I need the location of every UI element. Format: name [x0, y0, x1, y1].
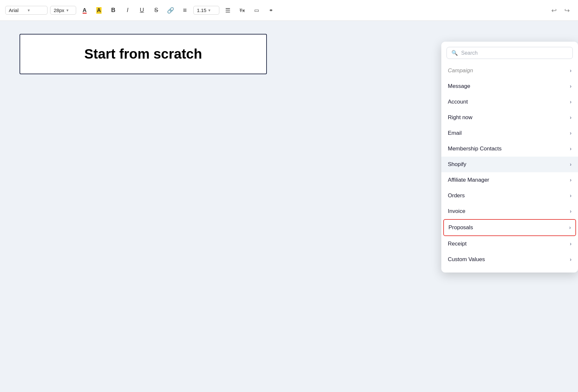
- page-break-icon: ▭: [254, 7, 259, 13]
- strikethrough-button[interactable]: S: [150, 5, 162, 16]
- list-button[interactable]: ☰: [222, 5, 234, 16]
- search-container: 🔍: [441, 47, 578, 63]
- bold-icon: B: [111, 7, 116, 14]
- highlight-button[interactable]: A: [93, 5, 105, 16]
- highlight-icon: A: [96, 7, 102, 14]
- font-family-select[interactable]: Arial ▾: [5, 6, 48, 15]
- font-family-value: Arial: [9, 7, 25, 13]
- text-color-button[interactable]: A: [79, 5, 90, 16]
- list-icon: ☰: [225, 7, 230, 14]
- search-input-wrap: 🔍: [447, 47, 573, 59]
- menu-item-custom-values[interactable]: Custom Values ›: [441, 252, 578, 267]
- bold-button[interactable]: B: [107, 5, 119, 16]
- undo-button[interactable]: ↩: [548, 5, 560, 16]
- account-chevron: ›: [570, 99, 571, 105]
- receipt-label: Receipt: [448, 241, 467, 247]
- page-break-button[interactable]: ▭: [251, 5, 262, 16]
- campaign-label: Campaign: [448, 67, 473, 74]
- editor-title: Start from scratch: [84, 46, 202, 62]
- link-icon: 🔗: [167, 7, 174, 14]
- font-size-chevron: ▾: [66, 8, 69, 13]
- invoice-chevron: ›: [570, 208, 571, 214]
- receipt-chevron: ›: [570, 241, 571, 247]
- font-size-select[interactable]: 28px ▾: [50, 6, 76, 15]
- link-button[interactable]: 🔗: [165, 5, 176, 16]
- custom-values-label: Custom Values: [448, 256, 485, 263]
- custom-values-chevron: ›: [570, 257, 571, 262]
- align-button[interactable]: ≡: [179, 5, 191, 16]
- clear-format-icon: Tx: [240, 8, 245, 13]
- message-chevron: ›: [570, 83, 571, 89]
- toolbar: Arial ▾ 28px ▾ A A B I U S 🔗 ≡ 1.15 ▾: [0, 0, 578, 21]
- align-icon: ≡: [183, 7, 187, 14]
- invoice-label: Invoice: [448, 208, 465, 215]
- menu-item-receipt[interactable]: Receipt ›: [441, 236, 578, 252]
- email-chevron: ›: [570, 130, 571, 136]
- orders-label: Orders: [448, 192, 465, 199]
- affiliate-manager-label: Affiliate Manager: [448, 177, 489, 183]
- redo-icon: ↪: [564, 7, 570, 14]
- menu-item-shopify[interactable]: Shopify ›: [441, 157, 578, 172]
- menu-item-right-now[interactable]: Right now ›: [441, 110, 578, 125]
- italic-icon: I: [127, 7, 128, 14]
- menu-item-campaign[interactable]: Campaign ›: [441, 63, 578, 78]
- membership-contacts-label: Membership Contacts: [448, 146, 502, 152]
- dropdown-panel: 🔍 Campaign › Message › Account › Right n…: [441, 42, 578, 273]
- font-family-chevron: ▾: [28, 8, 44, 13]
- undo-icon: ↩: [551, 7, 557, 14]
- email-label: Email: [448, 130, 462, 136]
- editor-area: Start from scratch 🔍 Campaign › Message …: [0, 21, 578, 392]
- account-label: Account: [448, 99, 468, 105]
- line-spacing-select[interactable]: 1.15 ▾: [193, 6, 219, 15]
- membership-contacts-chevron: ›: [570, 146, 571, 152]
- right-now-label: Right now: [448, 114, 473, 121]
- underline-icon: U: [140, 7, 144, 14]
- undo-redo-group: ↩ ↪: [548, 5, 573, 16]
- menu-item-message[interactable]: Message ›: [441, 78, 578, 94]
- campaign-chevron: ›: [570, 68, 571, 74]
- menu-item-invoice[interactable]: Invoice ›: [441, 203, 578, 219]
- text-color-icon: A: [83, 7, 87, 14]
- menu-item-proposals[interactable]: Proposals ›: [443, 219, 576, 236]
- strikethrough-icon: S: [154, 7, 158, 14]
- redo-button[interactable]: ↪: [561, 5, 573, 16]
- clear-format-button[interactable]: Tx: [236, 5, 248, 16]
- menu-item-affiliate-manager[interactable]: Affiliate Manager ›: [441, 172, 578, 188]
- affiliate-manager-chevron: ›: [570, 177, 571, 183]
- content-card[interactable]: Start from scratch: [20, 34, 267, 74]
- font-size-value: 28px: [54, 7, 64, 13]
- proposals-chevron: ›: [569, 225, 571, 231]
- underline-button[interactable]: U: [136, 5, 148, 16]
- shopify-chevron: ›: [570, 161, 571, 167]
- line-spacing-chevron: ▾: [208, 8, 211, 13]
- menu-item-account[interactable]: Account ›: [441, 94, 578, 110]
- menu-item-orders[interactable]: Orders ›: [441, 188, 578, 203]
- shopify-label: Shopify: [448, 161, 466, 168]
- right-now-chevron: ›: [570, 115, 571, 120]
- message-label: Message: [448, 83, 470, 90]
- line-spacing-value: 1.15: [197, 7, 206, 13]
- search-icon: 🔍: [451, 50, 458, 56]
- search-input[interactable]: [461, 50, 568, 56]
- menu-item-membership-contacts[interactable]: Membership Contacts ›: [441, 141, 578, 157]
- orders-chevron: ›: [570, 193, 571, 199]
- anchor-link-icon: ⚭: [269, 7, 273, 13]
- anchor-link-button[interactable]: ⚭: [265, 5, 277, 16]
- menu-item-email[interactable]: Email ›: [441, 125, 578, 141]
- proposals-label: Proposals: [448, 224, 473, 231]
- italic-button[interactable]: I: [122, 5, 133, 16]
